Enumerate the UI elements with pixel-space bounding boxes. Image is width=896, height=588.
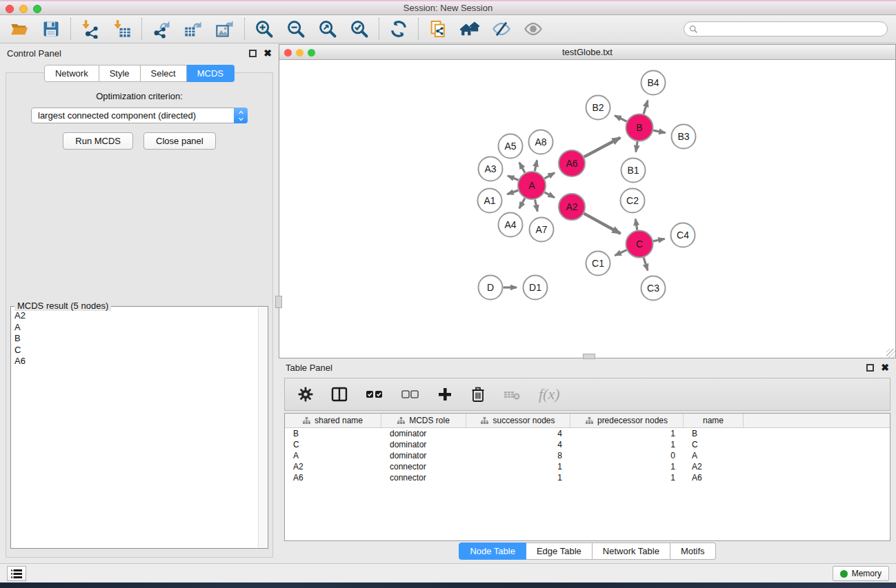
tab-mcds[interactable]: MCDS	[187, 65, 235, 82]
table-row[interactable]: Bdominator41B	[285, 428, 890, 439]
network-frame-titlebar[interactable]: testGlobe.txt	[279, 45, 895, 60]
table-cell[interactable]: dominator	[381, 429, 466, 438]
edge-B-B4[interactable]	[644, 101, 648, 114]
deselect-all-icon[interactable]	[401, 385, 420, 403]
graph-node-D1[interactable]: D1	[524, 276, 548, 300]
delete-column-icon[interactable]	[470, 385, 486, 403]
home-icon[interactable]	[460, 19, 479, 39]
export-image-icon[interactable]	[215, 19, 235, 39]
graph-node-C3[interactable]: C3	[641, 276, 666, 301]
clone-network-icon[interactable]	[428, 19, 448, 39]
close-panel-button[interactable]: ✖	[263, 50, 272, 57]
tab-motifs[interactable]: Motifs	[670, 543, 716, 560]
mcds-result-item[interactable]: A2	[14, 310, 257, 322]
tab-node-table[interactable]: Node Table	[459, 543, 526, 560]
table-cell[interactable]: A2	[285, 462, 381, 472]
graph-node-A6[interactable]: A6	[559, 150, 585, 176]
edge-C-C4[interactable]	[653, 239, 664, 241]
select-all-icon[interactable]	[365, 385, 384, 403]
mcds-result-item[interactable]: C	[14, 345, 257, 356]
graph-node-C4[interactable]: C4	[671, 223, 695, 247]
run-mcds-button[interactable]: Run MCDS	[63, 132, 133, 150]
import-network-icon[interactable]	[81, 19, 100, 39]
edge-B-B3[interactable]	[653, 130, 665, 133]
table-row[interactable]: Cdominator41C	[285, 439, 890, 450]
edge-C-C1[interactable]	[615, 250, 626, 256]
edge-A-A5[interactable]	[519, 163, 525, 173]
horizontal-splitter-handle[interactable]	[583, 354, 595, 359]
graph-node-C1[interactable]: C1	[586, 252, 610, 276]
table-cell[interactable]: C	[684, 440, 744, 449]
zoom-in-icon[interactable]	[255, 19, 274, 39]
add-column-icon[interactable]	[437, 385, 453, 403]
graph-node-A2[interactable]: A2	[559, 194, 585, 220]
table-cell[interactable]: dominator	[381, 451, 466, 460]
edge-A6-B[interactable]	[584, 138, 621, 157]
close-window-button[interactable]	[6, 5, 14, 13]
graph-node-A8[interactable]: A8	[529, 130, 553, 154]
mcds-result-item[interactable]: A	[14, 322, 257, 334]
edge-A-A6[interactable]	[544, 173, 555, 179]
table-cell[interactable]: A2	[684, 462, 744, 472]
minimize-window-button[interactable]	[19, 5, 28, 13]
table-cell[interactable]: A	[684, 451, 744, 460]
graph-node-A5[interactable]: A5	[499, 134, 523, 159]
gear-icon[interactable]	[297, 385, 314, 403]
close-table-panel-button[interactable]: ✖	[881, 364, 889, 372]
close-frame-button[interactable]	[284, 49, 292, 57]
graph-node-C2[interactable]: C2	[621, 189, 645, 213]
memory-button[interactable]: Memory	[833, 566, 889, 581]
table-cell[interactable]: 0	[570, 451, 684, 460]
network-graph[interactable]: AA1A2A3A4A5A6A7A8BB1B2B3B4CC1C2C3C4DD1	[279, 60, 895, 358]
network-canvas[interactable]: AA1A2A3A4A5A6A7A8BB1B2B3B4CC1C2C3C4DD1	[279, 60, 895, 358]
table-cell[interactable]: 1	[570, 462, 684, 472]
column-header-name[interactable]: name	[684, 414, 744, 427]
task-history-button[interactable]	[7, 566, 26, 581]
hide-panels-icon[interactable]	[492, 19, 511, 39]
graph-node-B1[interactable]: B1	[621, 159, 646, 183]
save-session-icon[interactable]	[41, 19, 61, 39]
search-field[interactable]	[684, 21, 888, 37]
table-cell[interactable]: 1	[570, 429, 684, 438]
table-cell[interactable]: A	[285, 451, 381, 460]
zoom-fit-icon[interactable]	[318, 19, 337, 39]
table-cell[interactable]: 1	[466, 473, 570, 483]
search-input[interactable]	[701, 24, 882, 34]
import-table-icon[interactable]	[112, 19, 132, 39]
mcds-result-item[interactable]: A6	[14, 356, 257, 367]
close-panel-button-inline[interactable]: Close panel	[143, 132, 216, 150]
table-cell[interactable]: A6	[285, 473, 381, 483]
column-header-successor-nodes[interactable]: successor nodes	[466, 414, 570, 427]
graph-node-A1[interactable]: A1	[478, 189, 502, 213]
graph-node-B4[interactable]: B4	[641, 71, 666, 95]
column-header-predecessor-nodes[interactable]: predecessor nodes	[570, 414, 684, 427]
edge-A-A8[interactable]	[535, 160, 537, 171]
tab-network[interactable]: Network	[44, 65, 99, 82]
edge-C-C2[interactable]	[635, 219, 637, 230]
table-cell[interactable]: dominator	[381, 440, 466, 449]
graph-node-C[interactable]: C	[626, 231, 653, 258]
tab-style[interactable]: Style	[99, 65, 141, 82]
table-cell[interactable]: B	[684, 429, 744, 438]
edge-A-A7[interactable]	[535, 200, 537, 212]
graph-node-D[interactable]: D	[479, 276, 503, 300]
graph-node-A7[interactable]: A7	[530, 218, 554, 242]
edge-A-A1[interactable]	[507, 190, 518, 194]
columns-icon[interactable]	[330, 385, 348, 403]
vertical-splitter-handle[interactable]	[275, 296, 282, 308]
graph-node-B[interactable]: B	[626, 114, 653, 141]
column-header-shared-name[interactable]: shared name	[285, 414, 381, 427]
edge-A-A2[interactable]	[545, 192, 555, 198]
table-cell[interactable]: 4	[466, 429, 570, 438]
edge-B-B1[interactable]	[636, 141, 637, 152]
table-cell[interactable]: 1	[466, 462, 570, 472]
table-row[interactable]: A6connector11A6	[285, 472, 890, 483]
table-row[interactable]: A2connector11A2	[285, 461, 890, 472]
edge-C-C3[interactable]	[644, 258, 648, 271]
table-cell[interactable]: B	[285, 429, 381, 438]
mcds-result-item[interactable]: B	[14, 333, 257, 345]
table-cell[interactable]: connector	[381, 462, 466, 472]
column-header-MCDS-role[interactable]: MCDS role	[381, 414, 466, 427]
table-cell[interactable]: 8	[466, 451, 570, 460]
open-session-icon[interactable]	[10, 19, 29, 39]
